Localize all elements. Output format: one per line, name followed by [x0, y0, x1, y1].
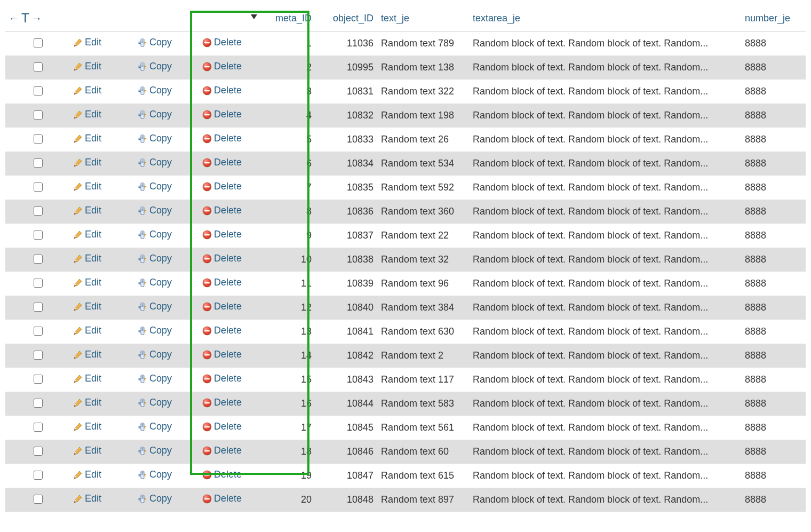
copy-button[interactable]: Copy [138, 373, 172, 384]
delete-button[interactable]: Delete [202, 253, 242, 264]
cell-textarea-je: Random block of text. Random block of te… [470, 80, 742, 104]
delete-button[interactable]: Delete [202, 301, 242, 312]
edit-button[interactable]: Edit [73, 397, 101, 408]
copy-button[interactable]: Copy [138, 349, 172, 360]
row-checkbox[interactable] [34, 134, 43, 144]
delete-button[interactable]: Delete [202, 229, 242, 240]
row-checkbox[interactable] [34, 423, 43, 432]
row-checkbox[interactable] [34, 375, 43, 384]
row-checkbox[interactable] [34, 110, 43, 120]
row-checkbox[interactable] [34, 62, 43, 72]
edit-button[interactable]: Edit [73, 109, 101, 120]
row-checkbox[interactable] [34, 327, 43, 336]
row-checkbox[interactable] [34, 86, 43, 96]
copy-button[interactable]: Copy [138, 37, 172, 48]
delete-button[interactable]: Delete [202, 397, 242, 408]
delete-button[interactable]: Delete [202, 277, 242, 288]
row-checkbox[interactable] [34, 351, 43, 360]
edit-button[interactable]: Edit [73, 493, 101, 504]
cell-object-id: 10845 [317, 416, 378, 440]
delete-button[interactable]: Delete [202, 445, 242, 456]
column-order-toggle[interactable]: ← T → [9, 11, 42, 26]
copy-button[interactable]: Copy [138, 277, 172, 288]
delete-button[interactable]: Delete [202, 109, 242, 120]
delete-button[interactable]: Delete [202, 133, 242, 144]
delete-button[interactable]: Delete [202, 469, 242, 480]
edit-button[interactable]: Edit [73, 205, 101, 216]
row-checkbox[interactable] [34, 231, 43, 240]
table-row: Edit Copy Delete 11 10839 Random text 96… [5, 272, 806, 296]
row-checkbox[interactable] [34, 303, 43, 312]
row-checkbox[interactable] [34, 38, 43, 47]
delete-button[interactable]: Delete [202, 85, 242, 96]
row-checkbox[interactable] [34, 158, 43, 168]
copy-button[interactable]: Copy [138, 421, 172, 432]
copy-icon [138, 38, 147, 47]
cell-meta-id: 19 [264, 464, 317, 488]
edit-button[interactable]: Edit [73, 445, 101, 456]
col-header-number-je[interactable]: number_je [742, 5, 806, 31]
copy-button[interactable]: Copy [138, 301, 172, 312]
delete-button[interactable]: Delete [202, 61, 242, 72]
delete-button[interactable]: Delete [202, 205, 242, 216]
copy-button[interactable]: Copy [138, 493, 172, 504]
delete-button[interactable]: Delete [202, 325, 242, 336]
edit-button[interactable]: Edit [73, 277, 101, 288]
cell-object-id: 10832 [317, 104, 378, 128]
copy-button[interactable]: Copy [138, 469, 172, 480]
copy-button[interactable]: Copy [138, 325, 172, 336]
delete-button[interactable]: Delete [202, 157, 242, 168]
row-checkbox[interactable] [34, 447, 43, 456]
delete-button[interactable]: Delete [202, 421, 242, 432]
edit-button[interactable]: Edit [73, 181, 101, 192]
edit-button[interactable]: Edit [73, 349, 101, 360]
delete-button[interactable]: Delete [202, 373, 242, 384]
col-header-textarea-je[interactable]: textarea_je [470, 5, 742, 31]
pencil-icon [73, 326, 83, 336]
copy-button[interactable]: Copy [138, 253, 172, 264]
delete-button[interactable]: Delete [202, 349, 242, 360]
delete-button[interactable]: Delete [202, 181, 242, 192]
row-checkbox[interactable] [34, 279, 43, 288]
edit-button[interactable]: Edit [73, 421, 101, 432]
edit-button[interactable]: Edit [73, 373, 101, 384]
copy-button[interactable]: Copy [138, 205, 172, 216]
edit-button[interactable]: Edit [73, 229, 101, 240]
copy-button[interactable]: Copy [138, 109, 172, 120]
col-header-meta-id[interactable]: meta_ID [264, 5, 317, 31]
copy-button[interactable]: Copy [138, 445, 172, 456]
table-row: Edit Copy Delete 18 10846 Random text 60… [5, 440, 806, 464]
copy-button[interactable]: Copy [138, 157, 172, 168]
delete-label: Delete [214, 229, 242, 240]
edit-button[interactable]: Edit [73, 37, 101, 48]
row-checkbox[interactable] [34, 207, 43, 216]
row-checkbox[interactable] [34, 182, 43, 192]
sort-indicator[interactable] [248, 11, 257, 22]
copy-button[interactable]: Copy [138, 229, 172, 240]
minus-circle-icon [202, 206, 212, 216]
table-row: Edit Copy Delete 8 10836 Random text 360… [5, 200, 806, 224]
copy-icon [138, 254, 147, 264]
col-header-text-je[interactable]: text_je [378, 5, 470, 31]
delete-button[interactable]: Delete [202, 493, 242, 504]
edit-button[interactable]: Edit [73, 469, 101, 480]
copy-button[interactable]: Copy [138, 133, 172, 144]
edit-button[interactable]: Edit [73, 325, 101, 336]
edit-button[interactable]: Edit [73, 61, 101, 72]
delete-button[interactable]: Delete [202, 37, 242, 48]
edit-button[interactable]: Edit [73, 133, 101, 144]
row-checkbox[interactable] [34, 255, 43, 264]
edit-button[interactable]: Edit [73, 157, 101, 168]
copy-button[interactable]: Copy [138, 181, 172, 192]
row-checkbox[interactable] [34, 471, 43, 480]
edit-button[interactable]: Edit [73, 85, 101, 96]
edit-button[interactable]: Edit [73, 253, 101, 264]
copy-button[interactable]: Copy [138, 397, 172, 408]
col-header-object-id[interactable]: object_ID [317, 5, 378, 31]
copy-button[interactable]: Copy [138, 61, 172, 72]
row-checkbox[interactable] [34, 399, 43, 408]
copy-button[interactable]: Copy [138, 85, 172, 96]
row-checkbox[interactable] [34, 495, 43, 504]
edit-button[interactable]: Edit [73, 301, 101, 312]
cell-number-je: 8888 [742, 176, 806, 200]
